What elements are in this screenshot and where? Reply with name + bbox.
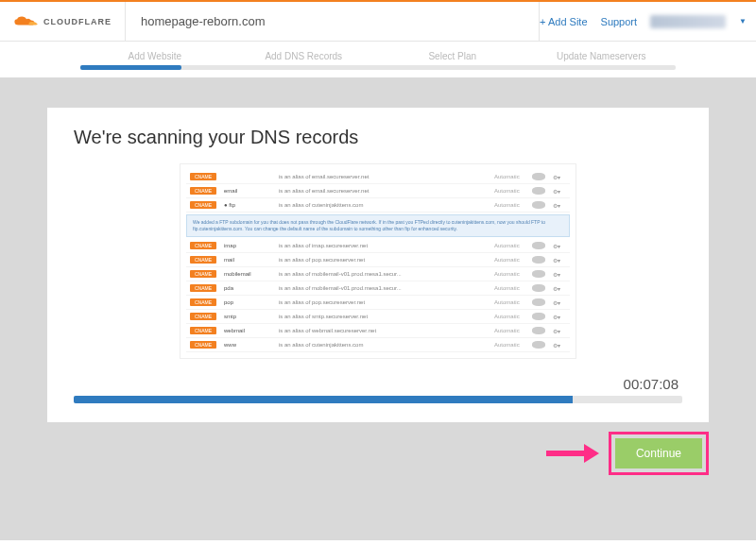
dns-type-badge: CNAME (190, 327, 216, 334)
continue-button[interactable]: Continue (615, 438, 702, 468)
dns-value: is an alias of pop.secureserver.net (279, 299, 487, 305)
step-progress-bar (80, 65, 676, 70)
dns-value: is an alias of cuteninjakittens.com (279, 202, 487, 208)
step-select-plan: Select Plan (378, 51, 527, 61)
dns-type-badge: CNAME (190, 298, 216, 306)
cloud-icon (532, 201, 545, 209)
step-update-ns: Update Nameservers (527, 51, 677, 61)
dns-row: CNAME www is an alias of cuteninjakitten… (186, 338, 570, 352)
cloud-icon (532, 327, 545, 334)
gear-icon: ⚙▾ (553, 271, 566, 278)
dns-status: Automatic (494, 314, 524, 319)
user-menu[interactable] (650, 15, 726, 28)
gear-icon: ⚙▾ (553, 202, 566, 209)
gear-icon: ⚙▾ (553, 174, 566, 180)
cloud-icon (532, 270, 545, 278)
logo-text: CLOUDFLARE (43, 17, 112, 26)
progress-area: 00:07:08 (74, 370, 682, 413)
support-link[interactable]: Support (601, 16, 638, 27)
cloud-icon (532, 341, 545, 349)
dns-type-badge: CNAME (190, 187, 216, 195)
dns-status: Automatic (494, 257, 524, 263)
header: CLOUDFLARE homepage-reborn.com + Add Sit… (0, 2, 756, 42)
dns-status: Automatic (494, 188, 524, 194)
gear-icon: ⚙▾ (553, 285, 566, 292)
dns-value: is an alias of smtp.secureserver.net (279, 314, 487, 319)
dns-name: webmail (224, 328, 271, 333)
dns-name: smtp (224, 314, 271, 319)
dns-name: www (224, 342, 271, 348)
dns-row: CNAME mobilemail is an alias of mobilema… (186, 267, 570, 281)
continue-row: Continue (47, 422, 709, 479)
dns-type-badge: CNAME (190, 284, 216, 292)
cloud-icon (532, 284, 545, 292)
dns-preview: CNAME is an alias of email.secureserver.… (180, 163, 576, 359)
preview-info-box: We added a FTP subdomain for you that do… (186, 214, 570, 237)
dns-status: Automatic (494, 299, 524, 305)
cloud-icon (532, 313, 545, 320)
dns-name: mail (224, 257, 271, 263)
dns-type-badge: CNAME (190, 242, 216, 249)
add-site-link[interactable]: + Add Site (540, 16, 587, 27)
cloud-icon (532, 173, 545, 180)
dns-type-badge: CNAME (190, 173, 216, 180)
dns-row: CNAME is an alias of email.secureserver.… (186, 170, 570, 184)
dns-value: is an alias of webmail.secureserver.net (279, 328, 487, 333)
gear-icon: ⚙▾ (553, 257, 566, 264)
step-progress-fill (80, 65, 181, 70)
user-menu-caret[interactable]: ▼ (739, 17, 747, 26)
dns-type-badge: CNAME (190, 341, 216, 349)
main-area: We're scanning your DNS records CNAME is… (0, 77, 756, 540)
gear-icon: ⚙▾ (553, 342, 566, 349)
dns-name: imap (224, 243, 271, 248)
gear-icon: ⚙▾ (553, 188, 566, 195)
dns-row: CNAME email is an alias of email.secures… (186, 184, 570, 198)
dns-value: is an alias of mobilemail-v01.prod.mesa1… (279, 271, 487, 277)
dns-status: Automatic (494, 328, 524, 333)
dns-value: is an alias of mobilemail-v01.prod.mesa1… (279, 285, 487, 291)
annotation-highlight: Continue (609, 432, 709, 475)
dns-status: Automatic (494, 285, 524, 291)
dns-row: CNAME pop is an alias of pop.secureserve… (186, 296, 570, 310)
dns-status: Automatic (494, 243, 524, 248)
scan-timer: 00:07:08 (74, 376, 682, 392)
dns-row: CNAME ● ftp is an alias of cuteninjakitt… (186, 198, 570, 213)
header-right: + Add Site Support ▼ (540, 15, 756, 28)
dns-row: CNAME imap is an alias of imap.secureser… (186, 239, 570, 253)
steps-nav: Add Website Add DNS Records Select Plan … (0, 42, 756, 70)
dns-row: CNAME pda is an alias of mobilemail-v01.… (186, 281, 570, 296)
dns-type-badge: CNAME (190, 201, 216, 209)
logo[interactable]: CLOUDFLARE (0, 2, 126, 41)
dns-name: pop (224, 299, 271, 305)
cloud-icon (532, 187, 545, 195)
cloud-icon (532, 256, 545, 264)
dns-status: Automatic (494, 202, 524, 208)
cloudflare-logo-icon (13, 15, 40, 28)
dns-status: Automatic (494, 342, 524, 348)
dns-value: is an alias of imap.secureserver.net (279, 243, 487, 248)
dns-name: mobilemail (224, 271, 271, 277)
scan-card: We're scanning your DNS records CNAME is… (47, 108, 709, 422)
gear-icon: ⚙▾ (553, 314, 566, 320)
scan-progress-bar (74, 396, 682, 403)
gear-icon: ⚙▾ (553, 328, 566, 334)
dns-type-badge: CNAME (190, 313, 216, 320)
dns-name: ● ftp (224, 202, 271, 208)
dns-row: CNAME mail is an alias of pop.secureserv… (186, 253, 570, 267)
gear-icon: ⚙▾ (553, 299, 566, 306)
scan-progress-fill (74, 396, 573, 403)
dns-row: CNAME smtp is an alias of smtp.secureser… (186, 310, 570, 324)
gear-icon: ⚙▾ (553, 243, 566, 249)
dns-value: is an alias of pop.secureserver.net (279, 257, 487, 263)
site-name[interactable]: homepage-reborn.com (126, 2, 540, 41)
annotation-arrow (546, 444, 599, 463)
dns-name: email (224, 188, 271, 194)
dns-type-badge: CNAME (190, 256, 216, 264)
dns-status: Automatic (494, 174, 524, 179)
dns-status: Automatic (494, 271, 524, 277)
cloud-icon (532, 242, 545, 249)
step-add-website: Add Website (80, 51, 230, 61)
dns-row: CNAME webmail is an alias of webmail.sec… (186, 324, 570, 338)
step-add-dns: Add DNS Records (230, 51, 379, 61)
dns-name: pda (224, 285, 271, 291)
